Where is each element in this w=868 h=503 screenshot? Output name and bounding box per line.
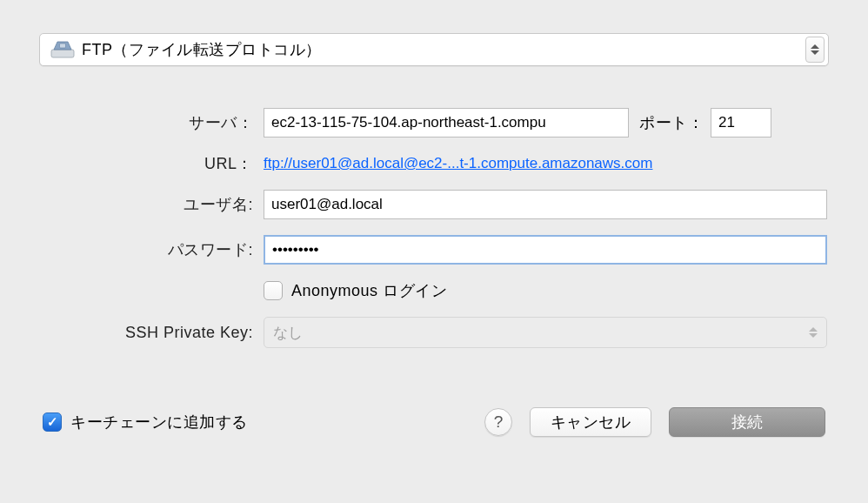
url-label: URL： xyxy=(39,153,264,174)
cancel-button[interactable]: キャンセル xyxy=(530,407,651,437)
username-label: ユーザ名: xyxy=(39,194,264,215)
server-label: サーバ： xyxy=(39,112,264,133)
anonymous-label: Anonymous ログイン xyxy=(291,280,447,301)
protocol-label: FTP（ファイル転送プロトコル） xyxy=(82,39,805,60)
dropdown-stepper-icon[interactable] xyxy=(805,37,825,63)
help-button[interactable]: ? xyxy=(484,408,512,436)
port-label: ポート： xyxy=(639,112,704,133)
server-input[interactable] xyxy=(264,108,629,137)
form-area: サーバ： ポート： URL： ftp://user01@ad.local@ec2… xyxy=(39,108,829,348)
connection-dialog: FTP（ファイル転送プロトコル） サーバ： ポート： URL： ftp://us… xyxy=(0,0,868,461)
check-icon: ✓ xyxy=(47,414,58,430)
keychain-checkbox[interactable]: ✓ xyxy=(43,412,62,432)
sshkey-label: SSH Private Key: xyxy=(39,324,264,342)
sshkey-placeholder: なし xyxy=(273,323,804,343)
port-input[interactable] xyxy=(711,108,771,137)
password-label: パスワード: xyxy=(39,239,264,260)
url-link[interactable]: ftp://user01@ad.local@ec2-...t-1.compute… xyxy=(264,155,652,172)
connect-button[interactable]: 接続 xyxy=(669,407,825,437)
password-input[interactable] xyxy=(264,235,827,265)
footer: ✓ キーチェーンに追加する ? キャンセル 接続 xyxy=(39,407,829,437)
svg-rect-1 xyxy=(60,44,66,48)
keychain-label: キーチェーンに追加する xyxy=(70,412,248,433)
username-input[interactable] xyxy=(264,190,827,219)
svg-rect-0 xyxy=(51,50,74,57)
anonymous-checkbox[interactable] xyxy=(264,281,283,300)
disk-icon xyxy=(50,40,75,59)
sshkey-select: なし xyxy=(264,317,827,348)
protocol-select[interactable]: FTP（ファイル転送プロトコル） xyxy=(39,33,829,66)
dropdown-stepper-icon xyxy=(804,319,823,345)
